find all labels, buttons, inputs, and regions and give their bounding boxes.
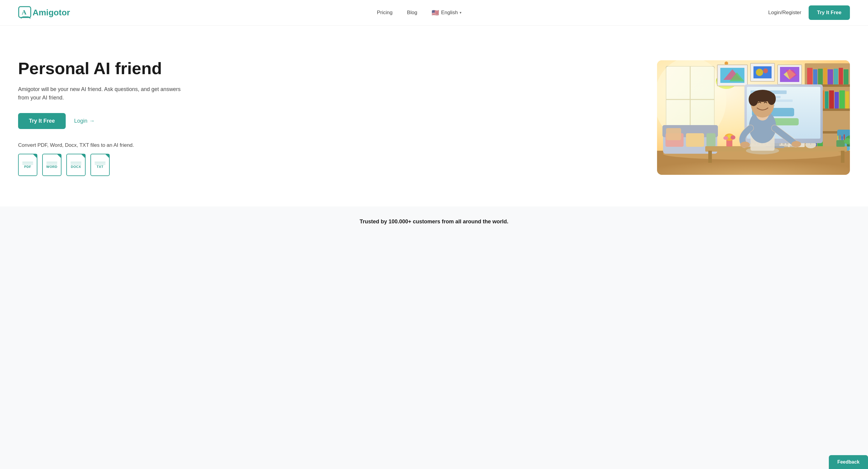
logo[interactable]: A Amigotor — [18, 6, 70, 19]
file-label-word: WORD — [46, 165, 58, 168]
chevron-down-icon: ▾ — [460, 10, 461, 15]
svg-rect-77 — [782, 143, 785, 145]
hero-image — [657, 60, 850, 175]
svg-rect-22 — [807, 68, 812, 84]
svg-rect-58 — [686, 133, 704, 147]
svg-point-98 — [731, 135, 735, 139]
svg-point-115 — [749, 93, 758, 106]
hero-title: Personal AI friend — [18, 59, 211, 78]
convert-label: Convert PDF, Word, Docx, TXT files to an… — [18, 142, 211, 148]
svg-rect-27 — [834, 69, 838, 84]
svg-rect-29 — [844, 69, 848, 84]
logo-icon: A — [18, 6, 31, 19]
svg-rect-23 — [813, 69, 817, 84]
room-illustration — [657, 60, 850, 175]
file-icon-docx: DOCX — [66, 154, 86, 176]
navbar: A Amigotor Pricing Blog 🇺🇸 English ▾ Log… — [0, 0, 868, 26]
hero-login-label: Login — [74, 118, 87, 124]
hero-buttons: Try It Free Login → — [18, 113, 211, 129]
flag-icon: 🇺🇸 — [432, 9, 439, 16]
svg-rect-35 — [835, 92, 839, 108]
file-icon-txt: TXT — [90, 154, 110, 176]
hero-left: Personal AI friend Amigotor will be your… — [18, 59, 211, 176]
file-icon-pdf: PDF — [18, 154, 37, 176]
trust-bar: Trusted by 100.000+ customers from all a… — [0, 207, 868, 243]
file-icon-word: WORD — [42, 154, 61, 176]
nav-actions: Login/Register Try It Free — [768, 5, 850, 20]
svg-rect-64 — [708, 151, 712, 163]
brand-name: Amigotor — [33, 8, 70, 18]
svg-rect-24 — [818, 69, 823, 84]
file-icons: PDF WORD DOCX TXT — [18, 154, 211, 176]
nav-links: Pricing Blog 🇺🇸 English ▾ — [377, 9, 461, 16]
nav-try-btn[interactable]: Try It Free — [809, 5, 850, 20]
nav-blog[interactable]: Blog — [407, 10, 417, 16]
svg-rect-37 — [845, 91, 849, 108]
hero-login-arrow: → — [89, 118, 95, 124]
hero-description: Amigotor will be your new AI friend. Ask… — [18, 85, 187, 102]
hero-login-link[interactable]: Login → — [74, 118, 95, 124]
svg-rect-36 — [839, 90, 845, 108]
svg-rect-28 — [839, 68, 843, 84]
svg-rect-25 — [824, 68, 827, 84]
svg-rect-99 — [836, 140, 845, 147]
hero-section: Personal AI friend Amigotor will be your… — [0, 26, 868, 207]
feedback-button[interactable]: Feedback — [829, 455, 868, 469]
file-label-docx: DOCX — [71, 165, 81, 168]
language-label: English — [441, 10, 458, 16]
nav-pricing[interactable]: Pricing — [377, 10, 393, 16]
svg-rect-34 — [829, 90, 834, 108]
svg-text:A: A — [22, 8, 27, 16]
trust-text: Trusted by 100.000+ customers from all a… — [18, 219, 850, 225]
svg-point-118 — [792, 141, 801, 147]
svg-rect-78 — [786, 143, 788, 145]
hero-try-btn[interactable]: Try It Free — [18, 113, 66, 129]
hero-right — [651, 60, 850, 175]
svg-point-49 — [756, 69, 763, 76]
svg-point-50 — [763, 68, 768, 73]
svg-rect-60 — [666, 128, 681, 140]
svg-point-116 — [767, 93, 776, 105]
nav-language[interactable]: 🇺🇸 English ▾ — [432, 9, 461, 16]
svg-rect-26 — [828, 69, 833, 84]
nav-login-register[interactable]: Login/Register — [768, 10, 801, 16]
file-label-txt: TXT — [97, 165, 103, 168]
svg-point-97 — [723, 136, 728, 140]
file-label-pdf: PDF — [24, 165, 31, 168]
svg-point-117 — [740, 142, 750, 148]
svg-rect-65 — [841, 151, 844, 163]
svg-rect-59 — [707, 133, 715, 147]
svg-rect-33 — [825, 91, 829, 108]
